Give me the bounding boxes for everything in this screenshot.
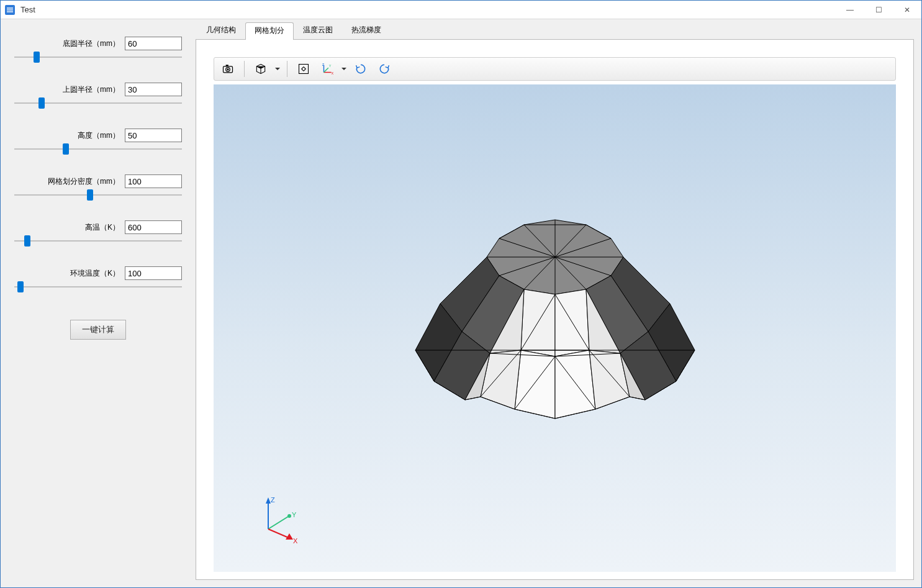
viewport-toolbar: ZYX <box>214 57 896 81</box>
cube-view-dropdown[interactable] <box>274 66 281 71</box>
top-radius-input[interactable] <box>125 83 182 96</box>
maximize-button[interactable]: ☐ <box>864 1 893 19</box>
sidebar: 底圆半径（mm） 上圆半径（mm） 高度（mm） <box>1 19 196 587</box>
axes-icon[interactable]: ZYX <box>317 60 337 78</box>
svg-marker-29 <box>521 289 555 356</box>
close-button[interactable]: ✕ <box>893 1 921 19</box>
cube-view-icon[interactable] <box>251 60 271 78</box>
svg-point-3 <box>227 68 228 70</box>
svg-line-55 <box>268 529 290 538</box>
camera-icon[interactable] <box>218 60 238 78</box>
separator <box>287 61 287 77</box>
app-icon <box>4 4 16 16</box>
mesh-density-slider[interactable] <box>14 191 182 199</box>
canvas-container: ZYX <box>196 39 914 580</box>
minimize-button[interactable]: — <box>836 1 864 19</box>
bottom-radius-input[interactable] <box>125 37 182 50</box>
param-label: 网格划分密度（mm） <box>48 176 120 187</box>
calculate-button[interactable]: 一键计算 <box>70 320 126 340</box>
tab-mesh[interactable]: 网格划分 <box>245 22 294 40</box>
window-title: Test <box>20 5 35 14</box>
high-temp-input[interactable] <box>125 220 182 234</box>
rotate-cw-icon[interactable] <box>351 60 371 78</box>
3d-viewport[interactable]: Z Y X <box>214 84 896 572</box>
param-label: 高度（mm） <box>78 130 120 141</box>
application-window: Test — ☐ ✕ 底圆半径（mm） 上圆半径（mm） <box>0 0 922 588</box>
svg-text:X: X <box>293 537 298 545</box>
separator <box>244 61 245 77</box>
rotate-ccw-icon[interactable] <box>374 60 394 78</box>
param-label: 高温（K） <box>85 222 120 233</box>
param-label: 底圆半径（mm） <box>63 38 120 49</box>
param-label: 环境温度（K） <box>70 268 120 279</box>
svg-rect-4 <box>226 65 228 66</box>
high-temp-slider[interactable] <box>14 237 182 245</box>
param-ambient-temp: 环境温度（K） <box>14 266 182 291</box>
ambient-temp-input[interactable] <box>125 266 182 280</box>
svg-text:Y: Y <box>329 64 332 68</box>
height-slider[interactable] <box>14 145 182 153</box>
bottom-radius-slider[interactable] <box>14 53 182 61</box>
svg-marker-34 <box>555 350 595 418</box>
tab-heatflux[interactable]: 热流梯度 <box>342 22 391 39</box>
svg-text:X: X <box>331 71 333 75</box>
param-mesh-density: 网格划分密度（mm） <box>14 174 182 199</box>
svg-text:Y: Y <box>292 511 297 518</box>
param-bottom-radius: 底圆半径（mm） <box>14 37 182 61</box>
svg-marker-33 <box>515 350 555 418</box>
top-radius-slider[interactable] <box>14 99 182 107</box>
titlebar: Test — ☐ ✕ <box>1 1 921 19</box>
param-height: 高度（mm） <box>14 129 182 153</box>
svg-rect-5 <box>299 65 309 74</box>
param-high-temp: 高温（K） <box>14 220 182 245</box>
tab-geometry[interactable]: 几何结构 <box>197 22 245 39</box>
svg-point-53 <box>287 514 291 518</box>
client-area: 底圆半径（mm） 上圆半径（mm） 高度（mm） <box>1 19 921 587</box>
mesh-render <box>381 195 729 481</box>
tab-temperature[interactable]: 温度云图 <box>294 22 342 39</box>
svg-text:Z: Z <box>271 496 275 504</box>
svg-line-52 <box>268 517 288 529</box>
mesh-density-input[interactable] <box>125 174 182 188</box>
main-panel: 几何结构 网格划分 温度云图 热流梯度 <box>196 19 921 587</box>
svg-marker-30 <box>555 289 589 356</box>
axis-triad: Z Y X <box>256 495 305 545</box>
tab-bar: 几何结构 网格划分 温度云图 热流梯度 <box>197 22 914 39</box>
axes-dropdown[interactable] <box>341 66 347 71</box>
param-label: 上圆半径（mm） <box>63 84 120 95</box>
height-input[interactable] <box>125 129 182 142</box>
fit-icon[interactable] <box>294 60 314 78</box>
param-top-radius: 上圆半径（mm） <box>14 83 182 107</box>
svg-marker-50 <box>266 497 271 504</box>
ambient-temp-slider[interactable] <box>14 283 182 291</box>
